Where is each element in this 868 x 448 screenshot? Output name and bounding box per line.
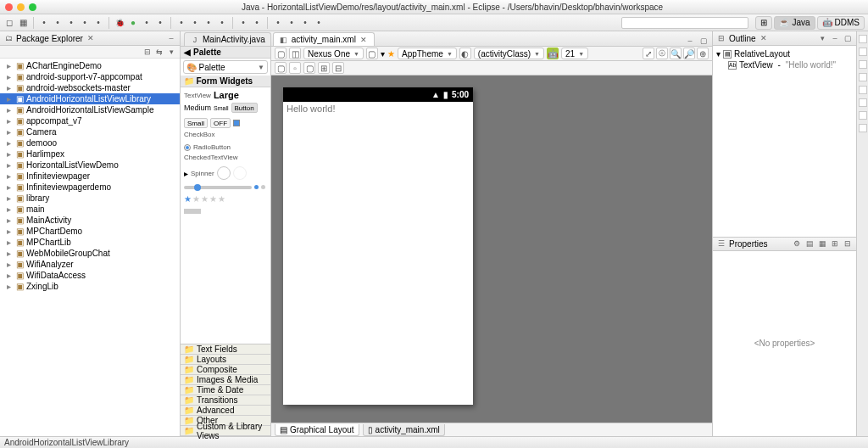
project-item[interactable]: ▸▣WebMobileGroupChat — [0, 248, 180, 259]
canvas-tool-icon[interactable]: ▢ — [303, 62, 315, 74]
palette-dropdown[interactable]: 🎨 Palette▼ — [183, 60, 268, 74]
canvas-tool-icon[interactable]: ▫ — [289, 62, 301, 74]
link-editor-icon[interactable]: ⇆ — [154, 47, 164, 57]
radio-icon[interactable] — [184, 144, 191, 151]
canvas-tool-icon[interactable]: ▢ — [275, 62, 287, 74]
toggle-icon[interactable]: ◫ — [289, 48, 301, 59]
activity-dropdown[interactable]: (activityClass)▼ — [474, 48, 544, 59]
gutter-icon[interactable] — [859, 86, 867, 94]
project-item[interactable]: ▸▣Infiniteviewpager — [0, 171, 180, 182]
project-item[interactable]: ▸▣appcompat_v7 — [0, 115, 180, 126]
prop-tool-icon[interactable]: ▤ — [804, 238, 815, 249]
gutter-icon[interactable] — [859, 73, 867, 81]
editor-tab-java[interactable]: J MainActivity.java — [184, 32, 271, 46]
toolbar-icon[interactable] — [272, 17, 284, 29]
palette-category[interactable]: 📁Custom & Library Views — [181, 426, 270, 436]
toolbar-icon[interactable] — [251, 17, 263, 29]
project-item[interactable]: ▸▣library — [0, 193, 180, 204]
rating-widget[interactable]: ★★★★★ — [184, 194, 225, 204]
collapse-all-icon[interactable]: ⊟ — [142, 47, 153, 57]
palette-category[interactable]: 📁Composite — [181, 365, 270, 375]
palette-category[interactable]: 📁Transitions — [181, 395, 270, 406]
project-item[interactable]: ▸▣HorizontalListViewDemo — [0, 160, 180, 171]
minimize-icon[interactable]: – — [685, 36, 695, 46]
project-item[interactable]: ▸▣ZxingLib — [0, 281, 180, 292]
checkbox-icon[interactable] — [233, 120, 240, 126]
canvas-tool-icon[interactable]: ⊞ — [318, 62, 330, 74]
toggle-icon[interactable]: ▢ — [275, 48, 287, 59]
toolbar-icon[interactable] — [38, 17, 50, 29]
minimize-window[interactable] — [17, 3, 25, 11]
gutter-icon[interactable] — [859, 124, 867, 132]
project-item[interactable]: ▸▣main — [0, 204, 180, 215]
project-item[interactable]: ▸▣AChartEngineDemo — [0, 60, 180, 71]
toggle-off[interactable]: OFF — [210, 118, 231, 128]
toolbar-icon[interactable] — [216, 17, 228, 29]
outline-tree[interactable]: ▾▤RelativeLayout AbTextView - "Hello wor… — [713, 46, 856, 237]
project-item[interactable]: ▸▣MPChartLib — [0, 237, 180, 248]
tab-graphical-layout[interactable]: ▤Graphical Layout — [275, 424, 359, 436]
gutter-icon[interactable] — [859, 48, 867, 56]
prop-tool-icon[interactable]: ⊞ — [830, 238, 840, 249]
view-menu-icon[interactable]: ▾ — [166, 47, 176, 57]
small-button[interactable]: Small — [184, 118, 208, 128]
prop-tool-icon[interactable]: ⊟ — [843, 238, 853, 249]
minimize-view-icon[interactable]: – — [166, 33, 176, 43]
zoom-icon[interactable]: ⊕ — [697, 48, 709, 59]
zoom-window[interactable] — [29, 3, 36, 11]
project-item[interactable]: ▸▣WifiDataAccess — [0, 270, 180, 281]
toolbar-icon[interactable] — [237, 17, 249, 29]
orientation-icon[interactable]: ▢ — [366, 48, 378, 59]
gutter-icon[interactable] — [859, 60, 867, 69]
run-icon[interactable] — [127, 17, 139, 29]
editor-tab-xml[interactable]: ◧ activity_main.xml ✕ — [273, 32, 375, 46]
new-icon[interactable] — [3, 17, 15, 29]
project-item[interactable]: ▸▣AndroidHorizontalListViewSample — [0, 104, 180, 115]
slider-widget[interactable] — [184, 186, 252, 189]
save-icon[interactable] — [17, 17, 29, 29]
palette-category[interactable]: 📁Time & Date — [181, 385, 270, 395]
project-item[interactable]: ▸▣AndroidHorizontalListViewLibrary — [0, 93, 180, 104]
android-icon[interactable]: 🤖 — [547, 48, 559, 59]
close-window[interactable] — [5, 3, 13, 11]
project-item[interactable]: ▸▣android-websockets-master — [0, 82, 180, 93]
design-canvas[interactable]: ▲ ▮ 5:00 Hello world! — [271, 76, 712, 423]
perspective-java[interactable]: ☕Java — [774, 16, 815, 30]
toolbar-icon[interactable] — [189, 17, 201, 29]
project-tree[interactable]: ▸▣AChartEngineDemo▸▣android-support-v7-a… — [0, 59, 180, 436]
palette-category[interactable]: 📁Layouts — [181, 355, 270, 365]
minimize-view-icon[interactable]: – — [830, 33, 840, 43]
toolbar-icon[interactable] — [313, 17, 325, 29]
theme-dropdown[interactable]: AppTheme▼ — [398, 48, 457, 59]
tab-xml-source[interactable]: ▯activity_main.xml — [363, 424, 445, 436]
palette-category[interactable]: 📁Text Fields — [181, 344, 270, 355]
project-item[interactable]: ▸▣WifiAnalyzer — [0, 259, 180, 270]
gutter-icon[interactable] — [859, 35, 867, 43]
toolbar-icon[interactable] — [141, 17, 153, 29]
project-item[interactable]: ▸▣demooo — [0, 137, 180, 148]
gutter-icon[interactable] — [859, 98, 867, 107]
toolbar-icon[interactable] — [175, 17, 187, 29]
gutter-icon[interactable] — [859, 111, 867, 120]
toolbar-icon[interactable] — [286, 17, 298, 29]
form-widgets-header[interactable]: 📁 Form Widgets — [181, 76, 270, 87]
zoom-fit-icon[interactable]: ⤢ — [643, 48, 654, 59]
toolbar-icon[interactable] — [299, 17, 311, 29]
api-dropdown[interactable]: 21▼ — [561, 48, 588, 59]
filter-icon[interactable]: ⚙ — [792, 238, 802, 249]
toolbar-icon[interactable] — [154, 17, 166, 29]
debug-icon[interactable] — [114, 17, 125, 29]
activity-icon[interactable]: ◐ — [459, 48, 471, 59]
project-item[interactable]: ▸▣MainActivity — [0, 215, 180, 226]
project-item[interactable]: ▸▣Harlimpex — [0, 148, 180, 160]
hello-textview[interactable]: Hello world! — [283, 102, 473, 115]
toolbar-icon[interactable] — [52, 17, 64, 29]
palette-category[interactable]: 📁Images & Media — [181, 375, 270, 385]
search-input[interactable] — [621, 17, 748, 29]
device-dropdown[interactable]: Nexus One▼ — [303, 48, 364, 59]
project-item[interactable]: ▸▣Camera — [0, 126, 180, 137]
open-perspective[interactable]: ⊞ — [755, 16, 772, 30]
toolbar-icon[interactable] — [79, 17, 91, 29]
zoom-out-icon[interactable]: 🔎 — [683, 48, 695, 59]
project-item[interactable]: ▸▣Infiniteviewpagerdemo — [0, 182, 180, 193]
